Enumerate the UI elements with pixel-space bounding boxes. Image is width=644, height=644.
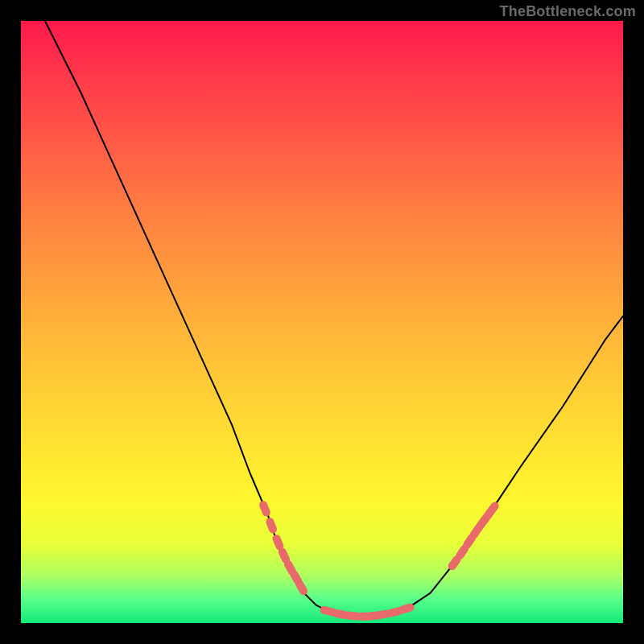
data-markers xyxy=(258,500,501,621)
watermark-text: TheBottleneck.com xyxy=(500,3,636,20)
marker-point xyxy=(265,517,279,535)
marker-point xyxy=(398,602,415,614)
chart-svg xyxy=(21,21,623,623)
marker-point xyxy=(258,500,272,518)
chart-frame: TheBottleneck.com xyxy=(0,0,644,644)
chart-plot-area xyxy=(21,21,623,623)
bottleneck-curve xyxy=(45,21,623,617)
